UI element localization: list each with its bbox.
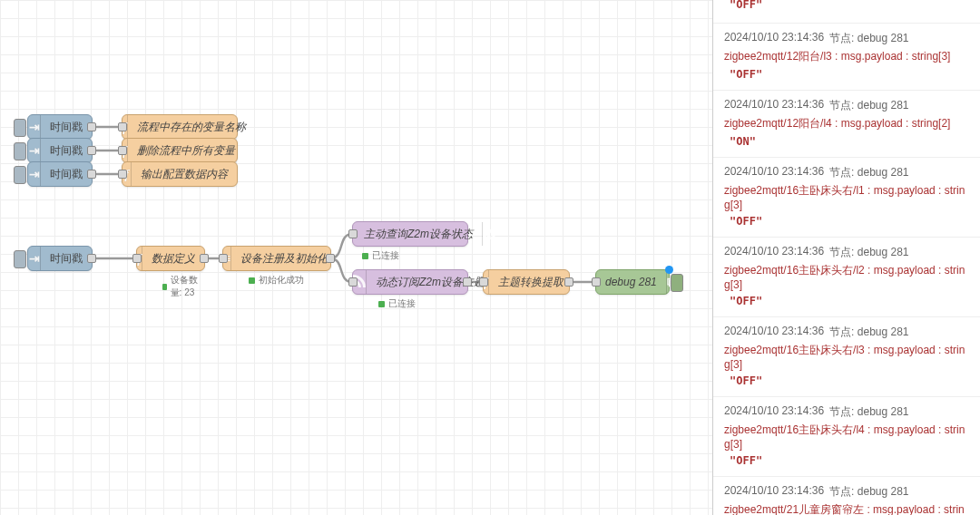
node-label: 主动查询Z2m设备状态 <box>353 227 482 242</box>
debug-timestamp: 2024/10/10 23:14:36 <box>724 31 824 46</box>
wires-layer <box>0 0 712 515</box>
debug-timestamp: 2024/10/10 23:14:36 <box>724 404 824 420</box>
inject-button[interactable] <box>14 119 26 137</box>
node-label: 主题转换提取 <box>489 275 573 290</box>
debug-message[interactable]: 2024/10/10 23:14:36 节点: debug 281 zigbee… <box>713 238 980 317</box>
debug-topic: zigbee2mqtt/16主卧床头右/l2 : msg.payload : s… <box>724 263 969 291</box>
debug-node[interactable]: debug 281 <box>595 269 670 295</box>
mqtt-out-node-query[interactable]: 主动查询Z2m设备状态 已连接 <box>352 221 468 247</box>
node-status: 已连接 <box>378 297 416 310</box>
node-label: 时间戳 <box>41 143 92 159</box>
input-port[interactable] <box>118 146 127 155</box>
inject-button[interactable] <box>14 250 26 268</box>
input-port[interactable] <box>132 254 142 263</box>
output-port[interactable] <box>87 254 96 263</box>
function-node-register[interactable]: 设备注册及初始化 初始化成功 <box>222 246 331 271</box>
node-label: 时间戳 <box>41 251 92 267</box>
node-label: 输出配置数据内容 <box>132 167 237 182</box>
input-port[interactable] <box>592 277 601 287</box>
function-node-dumpconf[interactable]: 输出配置数据内容 <box>122 161 238 187</box>
inject-icon <box>29 167 40 181</box>
debug-node-ref: 节点: debug 281 <box>829 245 908 260</box>
output-port[interactable] <box>326 254 335 263</box>
node-label: 时间戳 <box>41 120 92 135</box>
debug-timestamp: 2024/10/10 23:14:36 <box>724 325 824 340</box>
node-status: 设备数量: 23 <box>162 274 204 299</box>
input-port[interactable] <box>348 229 358 238</box>
debug-topic: zigbee2mqtt/16主卧床头右/l3 : msg.payload : s… <box>724 343 969 371</box>
debug-node-ref: 节点: debug 281 <box>829 404 908 420</box>
debug-topic: zigbee2mqtt/16主卧床头右/l1 : msg.payload : s… <box>724 183 969 211</box>
output-port[interactable] <box>564 277 573 287</box>
output-port[interactable] <box>87 170 96 179</box>
debug-payload: "OFF" <box>724 215 969 228</box>
debug-toggle-button[interactable] <box>671 274 683 292</box>
debug-topic: zigbee2mqtt/12阳台/l3 : msg.payload : stri… <box>724 49 969 64</box>
input-port[interactable] <box>118 170 127 179</box>
debug-message[interactable]: 2024/10/10 23:14:36 节点: debug 281 zigbee… <box>713 24 980 91</box>
node-label: 流程中存在的变量名称 <box>128 120 255 135</box>
debug-timestamp: 2024/10/10 23:14:36 <box>724 484 824 500</box>
debug-message[interactable]: 2024/10/10 23:14:36 节点: debug 281 zigbee… <box>713 317 980 397</box>
debug-message[interactable]: 2024/10/10 23:14:36 节点: debug 281 zigbee… <box>713 158 980 238</box>
node-label: 删除流程中所有变量 <box>128 143 244 159</box>
node-status: 初始化成功 <box>249 274 304 287</box>
function-node-topic-conv[interactable]: 主题转换提取 <box>483 269 570 295</box>
debug-topic: zigbee2mqtt/12阳台/l4 : msg.payload : stri… <box>724 116 969 131</box>
inject-node-2[interactable]: 时间戳 <box>27 138 93 163</box>
function-node-varnames[interactable]: 流程中存在的变量名称 <box>122 114 238 140</box>
debug-node-ref: 节点: debug 281 <box>829 165 908 180</box>
inject-node-3[interactable]: 时间戳 <box>27 161 93 187</box>
input-port[interactable] <box>479 277 488 287</box>
debug-node-ref: 节点: debug 281 <box>829 98 908 113</box>
debug-topic: zigbee2mqtt/21儿童房窗帘左 : msg.payload : str… <box>724 502 969 515</box>
inject-button[interactable] <box>14 142 26 160</box>
node-label: 数据定义 <box>142 251 204 267</box>
function-node-delvars[interactable]: 删除流程中所有变量 <box>122 138 238 163</box>
output-port[interactable] <box>87 146 96 155</box>
debug-sidebar[interactable]: "OFF" 2024/10/10 23:14:36 节点: debug 281 … <box>712 0 980 515</box>
debug-topic: zigbee2mqtt/16主卧床头右/l4 : msg.payload : s… <box>724 423 969 451</box>
mqtt-icon <box>483 227 495 242</box>
debug-timestamp: 2024/10/10 23:14:36 <box>724 245 824 260</box>
debug-message[interactable]: 2024/10/10 23:14:36 节点: debug 281 zigbee… <box>713 397 980 477</box>
output-port[interactable] <box>87 122 96 131</box>
debug-node-ref: 节点: debug 281 <box>829 484 908 500</box>
inject-node-1[interactable]: 时间戳 <box>27 114 93 140</box>
flow-canvas[interactable]: 时间戳 时间戳 时间戳 时间戳 流程中存在的变量名称 删除流程中所有变量 输出配… <box>0 0 712 515</box>
node-label: 时间戳 <box>41 167 92 182</box>
debug-node-ref: 节点: debug 281 <box>829 31 908 46</box>
input-port[interactable] <box>118 122 127 131</box>
output-port[interactable] <box>463 277 472 287</box>
input-port[interactable] <box>219 254 228 263</box>
input-port[interactable] <box>348 277 358 287</box>
node-label: debug 281 <box>596 276 666 288</box>
inject-node-4[interactable]: 时间戳 <box>27 246 93 271</box>
debug-message[interactable]: 2024/10/10 23:14:36 节点: debug 281 zigbee… <box>713 91 980 158</box>
output-port[interactable] <box>200 254 209 263</box>
debug-payload: "OFF" <box>724 295 969 307</box>
debug-message[interactable]: 2024/10/10 23:14:36 节点: debug 281 zigbee… <box>713 477 980 515</box>
inject-icon <box>29 120 40 134</box>
debug-payload: "OFF" <box>724 0 969 11</box>
debug-payload: "OFF" <box>724 374 969 387</box>
node-label: 动态订阅Z2m设备主题 <box>367 275 494 290</box>
inject-icon <box>29 251 40 266</box>
function-node-data-def[interactable]: 数据定义 设备数量: 23 <box>136 246 205 271</box>
inject-icon <box>29 143 40 158</box>
debug-timestamp: 2024/10/10 23:14:36 <box>724 165 824 180</box>
debug-node-ref: 节点: debug 281 <box>829 325 908 340</box>
node-status: 已连接 <box>362 249 399 262</box>
node-label: 设备注册及初始化 <box>231 251 337 267</box>
mqtt-in-node-sub[interactable]: 动态订阅Z2m设备主题 已连接 <box>352 269 468 295</box>
inject-button[interactable] <box>14 166 26 184</box>
debug-payload: "OFF" <box>724 68 969 81</box>
debug-payload: "OFF" <box>724 454 969 467</box>
debug-timestamp: 2024/10/10 23:14:36 <box>724 98 824 113</box>
debug-payload: "ON" <box>724 135 969 148</box>
debug-message[interactable]: "OFF" <box>713 0 980 24</box>
changed-indicator <box>665 266 673 274</box>
